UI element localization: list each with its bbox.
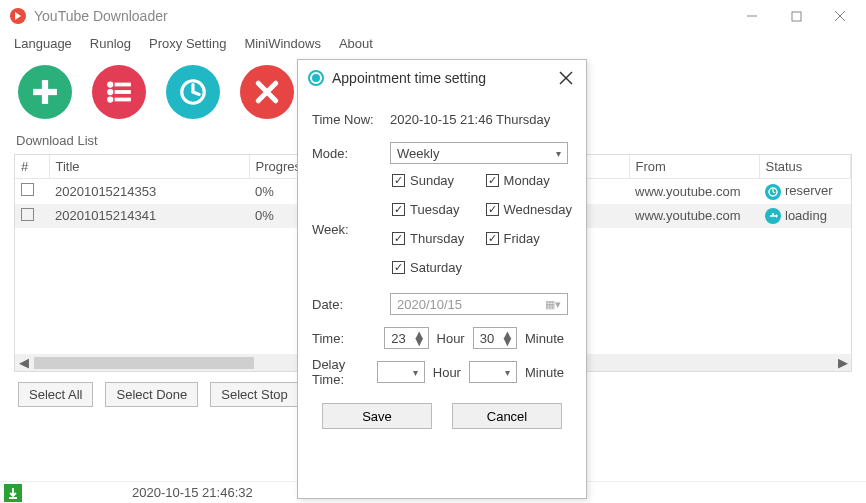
svg-point-6 <box>108 82 113 87</box>
row-status: loading <box>785 208 827 223</box>
checkbox-thursday[interactable]: ✓Thursday <box>392 231 476 246</box>
maximize-button[interactable] <box>774 2 818 30</box>
select-done-button[interactable]: Select Done <box>105 382 198 407</box>
checkbox-monday[interactable]: ✓Monday <box>486 173 572 188</box>
svg-rect-7 <box>115 83 130 86</box>
row-from: www.youtube.com <box>629 179 759 204</box>
date-label: Date: <box>312 297 390 312</box>
checkbox-saturday[interactable]: ✓Saturday <box>392 260 476 275</box>
time-now-label: Time Now: <box>312 112 390 127</box>
check-icon: ✓ <box>392 174 405 187</box>
time-label: Time: <box>312 331 384 346</box>
cancel-action-button[interactable] <box>240 65 294 119</box>
chevron-down-icon: ▾ <box>413 367 418 378</box>
close-icon <box>559 71 573 85</box>
row-title: 20201015214341 <box>49 204 249 229</box>
row-checkbox[interactable] <box>21 183 34 196</box>
mode-label: Mode: <box>312 146 390 161</box>
spinner-arrows-icon: ▲▼ <box>501 331 514 345</box>
scroll-left-icon[interactable]: ◀ <box>15 354 32 371</box>
scrollbar-thumb[interactable] <box>34 357 254 369</box>
check-icon: ✓ <box>392 261 405 274</box>
minimize-icon <box>746 10 758 22</box>
delay-minute-select[interactable]: ▾ <box>469 361 517 383</box>
menu-language[interactable]: Language <box>14 36 72 51</box>
svg-rect-1 <box>792 12 801 21</box>
row-from: www.youtube.com <box>629 204 759 229</box>
add-button[interactable] <box>18 65 72 119</box>
check-icon: ✓ <box>392 232 405 245</box>
calendar-icon: ▦▾ <box>545 298 561 311</box>
svg-rect-5 <box>34 90 57 95</box>
status-loading-icon <box>765 208 781 224</box>
minute-unit: Minute <box>525 365 564 380</box>
delay-label: Delay Time: <box>312 357 377 387</box>
list-icon <box>104 77 134 107</box>
save-button[interactable]: Save <box>322 403 432 429</box>
date-input[interactable]: 2020/10/15 ▦▾ <box>390 293 568 315</box>
check-icon: ✓ <box>392 203 405 216</box>
appointment-dialog: Appointment time setting Time Now: 2020-… <box>297 59 587 499</box>
download-indicator-icon[interactable] <box>4 484 22 502</box>
col-num[interactable]: # <box>15 155 49 179</box>
week-label: Week: <box>312 172 390 237</box>
svg-line-14 <box>193 92 199 95</box>
row-title: 20201015214353 <box>49 179 249 204</box>
hour-unit: Hour <box>437 331 465 346</box>
dialog-header: Appointment time setting <box>298 60 586 96</box>
checkbox-sunday[interactable]: ✓Sunday <box>392 173 476 188</box>
menu-about[interactable]: About <box>339 36 373 51</box>
hour-unit: Hour <box>433 365 461 380</box>
dialog-close-button[interactable] <box>556 68 576 88</box>
select-all-button[interactable]: Select All <box>18 382 93 407</box>
menu-miniwindows[interactable]: MiniWindows <box>244 36 321 51</box>
mode-value: Weekly <box>397 146 439 161</box>
checkbox-friday[interactable]: ✓Friday <box>486 231 572 246</box>
select-stop-button[interactable]: Select Stop <box>210 382 299 407</box>
menu-runlog[interactable]: Runlog <box>90 36 131 51</box>
titlebar: YouTube Downloader <box>0 0 866 32</box>
mode-select[interactable]: Weekly ▾ <box>390 142 568 164</box>
check-icon: ✓ <box>486 232 499 245</box>
date-value: 2020/10/15 <box>397 297 462 312</box>
menu-proxy-setting[interactable]: Proxy Setting <box>149 36 226 51</box>
check-icon: ✓ <box>486 174 499 187</box>
chevron-down-icon: ▾ <box>505 367 510 378</box>
close-button[interactable] <box>818 2 862 30</box>
col-title[interactable]: Title <box>49 155 249 179</box>
check-icon: ✓ <box>486 203 499 216</box>
scroll-right-icon[interactable]: ▶ <box>834 354 851 371</box>
maximize-icon <box>791 11 802 22</box>
chevron-down-icon: ▾ <box>556 148 561 159</box>
app-logo-icon <box>10 8 26 24</box>
app-title: YouTube Downloader <box>34 8 730 24</box>
col-status[interactable]: Status <box>759 155 851 179</box>
svg-rect-9 <box>115 91 130 94</box>
row-status: reserver <box>785 183 833 198</box>
list-button[interactable] <box>92 65 146 119</box>
dialog-title: Appointment time setting <box>332 70 556 86</box>
minimize-button[interactable] <box>730 2 774 30</box>
menu-bar: Language Runlog Proxy Setting MiniWindow… <box>0 32 866 61</box>
dialog-icon <box>308 70 324 86</box>
close-icon <box>834 10 846 22</box>
row-checkbox[interactable] <box>21 208 34 221</box>
svg-point-8 <box>108 90 113 95</box>
cancel-button[interactable]: Cancel <box>452 403 562 429</box>
checkbox-wednesday[interactable]: ✓Wednesday <box>486 202 572 217</box>
schedule-button[interactable] <box>166 65 220 119</box>
time-minute-input[interactable]: 30 ▲▼ <box>473 327 517 349</box>
status-reserve-icon <box>765 184 781 200</box>
checkbox-tuesday[interactable]: ✓Tuesday <box>392 202 476 217</box>
plus-icon <box>30 77 60 107</box>
svg-point-10 <box>108 97 113 102</box>
col-from[interactable]: From <box>629 155 759 179</box>
minute-unit: Minute <box>525 331 564 346</box>
clock-icon <box>178 77 208 107</box>
time-now-value: 2020-10-15 21:46 Thursday <box>390 112 550 127</box>
delay-hour-select[interactable]: ▾ <box>377 361 425 383</box>
svg-line-19 <box>773 192 775 193</box>
x-icon <box>252 77 282 107</box>
time-hour-input[interactable]: 23 ▲▼ <box>384 327 428 349</box>
spinner-arrows-icon: ▲▼ <box>413 331 426 345</box>
